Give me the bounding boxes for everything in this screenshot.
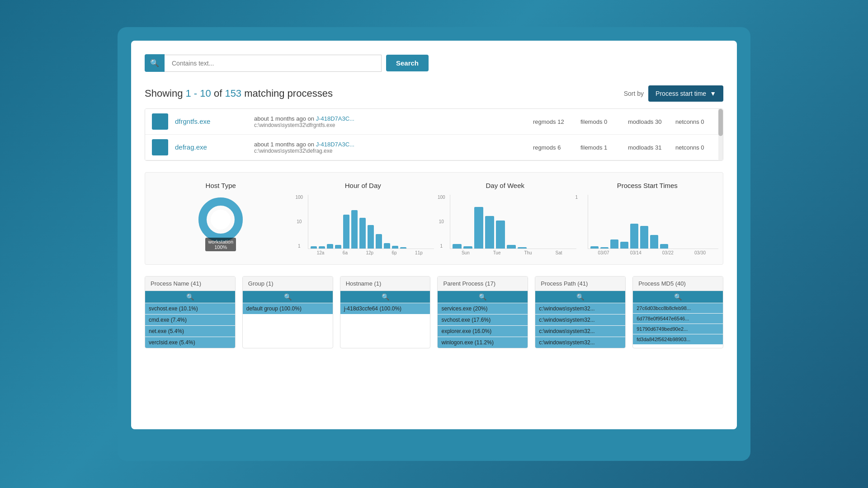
bar xyxy=(319,246,325,249)
filter-item[interactable]: c:\windows\system32... xyxy=(535,303,625,314)
host-type-title: Host Type xyxy=(150,182,292,189)
bar xyxy=(384,243,390,249)
hour-of-day-bars: 100101 xyxy=(292,195,434,255)
process-path: c:\windows\system32\defrag.exe xyxy=(254,148,526,154)
parent-process-search[interactable]: 🔍 xyxy=(438,291,528,303)
process-name-search[interactable]: 🔍 xyxy=(145,291,235,303)
sort-label: Sort by xyxy=(624,90,644,97)
bar xyxy=(474,207,483,249)
bar xyxy=(660,244,668,249)
filter-item[interactable]: 27c6d03bcc8b8cfeb98... xyxy=(633,303,723,314)
process-name-filter: Process Name (41) 🔍 svchost.exe (10.1%) … xyxy=(145,276,236,348)
bar xyxy=(453,244,462,249)
bar xyxy=(335,245,341,249)
day-x-labels: SunTueThuSat xyxy=(434,249,576,255)
process-name-col: defrag.exe xyxy=(175,143,247,151)
process-md5-items: 27c6d03bcc8b8cfeb98... 6d778e0f95447e654… xyxy=(633,303,723,344)
filter-item[interactable]: net.exe (5.4%) xyxy=(145,326,235,337)
filter-search-icon: 🔍 xyxy=(479,293,486,300)
bar xyxy=(359,218,366,249)
process-md5-search[interactable]: 🔍 xyxy=(633,291,723,303)
filter-item[interactable]: svchost.exe (17.6%) xyxy=(438,314,528,326)
netconns-stat: netconns 0 xyxy=(675,144,716,151)
filter-item[interactable]: cmd.exe (7.4%) xyxy=(145,314,235,326)
filter-item[interactable]: 6d778e0f95447e6546... xyxy=(633,314,723,324)
svg-point-2 xyxy=(211,210,231,230)
showing-label: Showing xyxy=(145,88,183,99)
pst-y-labels: 1 xyxy=(576,195,578,249)
bar xyxy=(392,246,398,249)
day-of-week-bar-inner: 100101 xyxy=(450,195,576,249)
process-md5-header: Process MD5 (40) xyxy=(633,277,723,291)
results-suffix: matching processes xyxy=(244,88,333,99)
process-path: c:\windows\system32\dfrgntfs.exe xyxy=(254,122,526,128)
table-row[interactable]: dfrgntfs.exe about 1 months ago on J-418… xyxy=(145,109,723,135)
filter-item[interactable]: default group (100.0%) xyxy=(243,303,333,314)
parent-process-items: services.exe (20%) svchost.exe (17.6%) e… xyxy=(438,303,528,348)
filter-item[interactable]: j-418d3ccfe64 (100.0%) xyxy=(340,303,430,314)
group-search[interactable]: 🔍 xyxy=(243,291,333,303)
sort-value: Process start time xyxy=(656,90,706,97)
process-start-times-title: Process Start Times xyxy=(576,182,719,189)
sort-by: Sort by Process start time ▼ xyxy=(624,85,723,102)
process-path-filter: Process Path (41) 🔍 c:\windows\system32.… xyxy=(535,276,626,348)
donut-label: workstation100% xyxy=(205,238,236,251)
filter-search-icon: 🔍 xyxy=(382,293,389,300)
search-input[interactable] xyxy=(165,55,382,72)
hostname-search[interactable]: 🔍 xyxy=(340,291,430,303)
day-y-labels: 100101 xyxy=(438,195,445,249)
scrollbar-track[interactable] xyxy=(718,109,723,160)
bar xyxy=(650,235,658,249)
modloads-stat: modloads 30 xyxy=(628,118,669,125)
filter-item[interactable]: vercIsid.exe (5.4%) xyxy=(145,337,235,348)
host-link[interactable]: J-418D7A3C... xyxy=(316,141,354,148)
bar xyxy=(351,210,358,249)
filter-search-icon: 🔍 xyxy=(674,293,682,300)
filter-item[interactable]: c:\windows\system32... xyxy=(535,326,625,337)
regmods-stat: regmods 6 xyxy=(533,144,574,151)
results-title: Showing 1 - 10 of 153 matching processes xyxy=(145,88,333,99)
search-button[interactable]: Search xyxy=(386,55,429,71)
filter-item[interactable]: winlogon.exe (11.2%) xyxy=(438,337,528,348)
bar xyxy=(496,221,505,249)
process-time: about 1 months ago on J-418D7A3C... xyxy=(254,141,526,148)
bar xyxy=(485,216,494,249)
netconns-stat: netconns 0 xyxy=(675,118,716,125)
process-info: about 1 months ago on J-418D7A3C... c:\w… xyxy=(254,115,526,128)
scrollbar-thumb[interactable] xyxy=(718,109,723,136)
hour-x-labels: 12a6a12p6p11p xyxy=(292,249,434,255)
filter-item[interactable]: 91790d6749bed90e2... xyxy=(633,324,723,334)
pst-bar-inner: 1 xyxy=(588,195,719,249)
chevron-down-icon: ▼ xyxy=(710,90,716,97)
process-name-col: dfrgntfs.exe xyxy=(175,117,247,126)
process-md5-filter: Process MD5 (40) 🔍 27c6d03bcc8b8cfeb98..… xyxy=(632,276,723,348)
hour-of-day-title: Hour of Day xyxy=(292,182,434,189)
bar xyxy=(311,246,317,249)
filter-item[interactable]: svchost.exe (10.1%) xyxy=(145,303,235,314)
process-name-link[interactable]: defrag.exe xyxy=(175,143,207,151)
filter-item[interactable]: c:\windows\system32... xyxy=(535,314,625,326)
filter-item[interactable]: explorer.exe (16.0%) xyxy=(438,326,528,337)
hour-y-labels: 100101 xyxy=(296,195,303,249)
filemods-stat: filemods 1 xyxy=(580,144,621,151)
table-row[interactable]: defrag.exe about 1 months ago on J-418D7… xyxy=(145,135,723,160)
bar xyxy=(463,246,472,249)
bar xyxy=(620,242,628,249)
results-header: Showing 1 - 10 of 153 matching processes… xyxy=(145,85,723,102)
search-icon-button[interactable]: 🔍 xyxy=(145,54,165,72)
bar xyxy=(343,215,349,249)
filter-item[interactable]: services.exe (20%) xyxy=(438,303,528,314)
process-name-items: svchost.exe (10.1%) cmd.exe (7.4%) net.e… xyxy=(145,303,235,348)
filter-item[interactable]: fd3da842f5624b98903... xyxy=(633,334,723,344)
regmods-stat: regmods 12 xyxy=(533,118,574,125)
sort-dropdown[interactable]: Process start time ▼ xyxy=(648,85,723,102)
host-link[interactable]: J-418D7A3C... xyxy=(316,115,354,122)
of-label: of xyxy=(214,88,222,99)
bar xyxy=(600,247,609,249)
process-path-search[interactable]: 🔍 xyxy=(535,291,625,303)
process-info: about 1 months ago on J-418D7A3C... c:\w… xyxy=(254,141,526,154)
process-time: about 1 months ago on J-418D7A3C... xyxy=(254,115,526,122)
filter-item[interactable]: c:\windows\system32... xyxy=(535,337,625,348)
process-name-link[interactable]: dfrgntfs.exe xyxy=(175,117,210,125)
modloads-stat: modloads 31 xyxy=(628,144,669,151)
